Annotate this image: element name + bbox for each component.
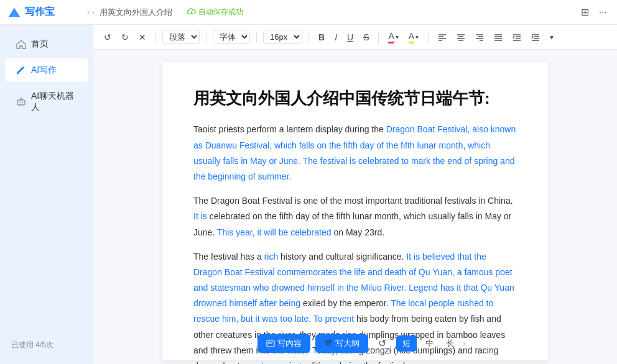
blue-span4: This year, it will be celebrated [217,227,332,237]
logo-icon [7,6,21,19]
sep3 [256,32,257,43]
align-left-btn[interactable] [435,31,450,43]
align-center-btn[interactable] [453,31,468,43]
underline-btn[interactable]: U [344,30,356,44]
font-color-btn[interactable]: A ▾ [385,29,401,45]
font-select[interactable]: 字体 [213,30,250,44]
align-right-btn[interactable] [472,31,487,43]
align-center-icon [457,33,465,42]
justify-icon [494,33,503,42]
length-arrow-right[interactable]: › [463,339,466,348]
italic-btn[interactable]: I [332,30,340,44]
strike-btn[interactable]: S [360,30,372,44]
indent-increase-btn[interactable] [528,31,543,43]
pen-icon [16,65,26,75]
sidebar-item-home[interactable]: 首页 [5,32,88,56]
logo: 写作宝 [7,6,82,19]
undo-btn[interactable]: ↺ [101,30,114,44]
usage-text: 已使用 4/5次 [11,340,53,349]
cloud-icon [187,8,196,17]
layout: 首页 AI写作 AI聊天机器人 已使用 4/5次 ↺ [0,25,617,364]
save-status-text: 自动保存成功 [198,7,243,17]
doc-para-1: Taoist priests perform a lantern display… [193,122,517,184]
short-label-btn[interactable]: 短 [396,335,417,352]
nav-back-btn[interactable]: ‹ [87,8,90,17]
sidebar-label-ai-chat: AI聊天机器人 [31,91,77,113]
font-color-label: A [388,31,394,43]
doc-para-2: The Dragon Boat Festival is one of the m… [193,193,517,240]
sep1 [155,32,156,43]
font-color-chevron: ▾ [396,34,399,40]
svg-point-8 [21,98,22,99]
highlight-btn[interactable]: A ▾ [406,29,422,45]
write-outline-icon [324,339,333,348]
sep6 [428,32,429,43]
svg-line-3 [17,73,19,74]
sidebar: 首页 AI写作 AI聊天机器人 已使用 4/5次 [0,25,93,364]
align-left-icon [438,33,447,42]
bold-btn[interactable]: B [315,30,328,44]
sidebar-item-ai-write[interactable]: AI写作 [5,58,88,82]
main-area: ↺ ↻ ✕ 段落 字体 16px B I U S A ▾ [93,25,617,364]
refresh-btn[interactable]: ↺ [373,334,391,353]
write-content-icon [266,339,275,348]
sep5 [378,32,379,43]
nav-title: 用英文向外国人介绍 [100,7,172,18]
align-right-icon [475,33,484,42]
nav-forward-btn[interactable]: › [92,8,95,17]
home-icon [16,39,26,49]
bottom-more-dots[interactable]: ··· [244,338,253,349]
logo-text: 写作宝 [25,6,55,19]
blue-span5: rich [264,252,279,262]
topbar-nav: ‹ › 用英文向外国人介绍 自动保存成功 [87,7,573,18]
highlight-label: A [409,31,414,43]
justify-btn[interactable] [491,31,506,43]
medium-label-btn[interactable]: 中 [422,335,437,352]
topbar-right: ⊞ ··· [578,4,610,20]
svg-point-6 [22,102,23,103]
indent-decrease-btn[interactable] [509,31,524,43]
size-select[interactable]: 16px [263,30,302,44]
grid-icon[interactable]: ⊞ [578,4,591,20]
sidebar-item-ai-chat[interactable]: AI聊天机器人 [5,84,88,119]
save-status: 自动保存成功 [187,7,243,17]
svg-point-5 [19,102,21,103]
eraser-btn[interactable]: ✕ [136,30,149,44]
indent-left-icon [513,33,521,42]
topbar: 写作宝 ‹ › 用英文向外国人介绍 自动保存成功 ⊞ ··· [0,0,617,25]
sep2 [206,32,206,43]
blue-span3: It is [193,211,207,221]
sidebar-footer: 已使用 4/5次 [0,334,93,357]
sidebar-label-home: 首页 [31,39,49,50]
sep4 [308,32,309,43]
write-outline-btn[interactable]: 写大纲 [315,334,368,353]
svg-rect-4 [17,100,25,105]
bottom-toolbar: ··· 写内容 [244,334,466,353]
highlight-chevron: ▾ [415,34,419,40]
more-icon[interactable]: ··· [596,4,610,20]
more-format-btn[interactable]: ▾ [547,31,557,43]
document-area: 用英文向外国人介绍中国传统节日端午节: Taoist priests perfo… [93,50,617,364]
indent-right-icon [531,33,540,42]
sidebar-label-ai-write: AI写作 [31,65,57,76]
formatting-toolbar: ↺ ↻ ✕ 段落 字体 16px B I U S A ▾ [93,25,617,50]
doc-page[interactable]: 用英文向外国人介绍中国传统节日端午节: Taoist priests perfo… [162,62,548,360]
doc-title: 用英文向外国人介绍中国传统节日端午节: [193,87,517,109]
redo-btn[interactable]: ↻ [118,30,132,44]
bot-icon [16,97,26,107]
paragraph-select[interactable]: 段落 [162,30,200,44]
write-content-btn[interactable]: 写内容 [257,334,310,353]
long-label-btn[interactable]: 长 [442,335,458,352]
